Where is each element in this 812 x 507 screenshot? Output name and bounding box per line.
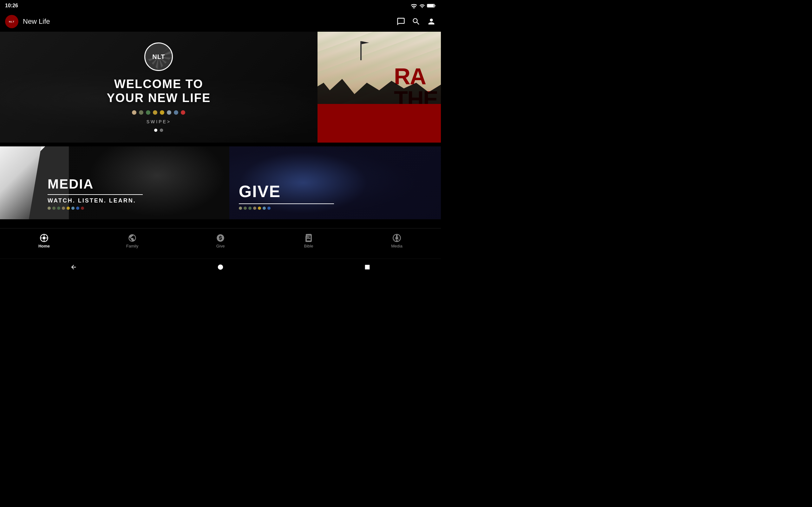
svg-point-4 [43, 236, 45, 239]
hero-dot-1 [132, 110, 136, 115]
media-dot-1 [48, 207, 51, 210]
recents-button[interactable] [361, 261, 374, 274]
hero-page-1 [154, 129, 157, 132]
app-logo-text: NLT [9, 20, 14, 23]
give-dot-4 [253, 207, 256, 210]
home-button[interactable] [214, 261, 227, 274]
give-divider [239, 204, 334, 204]
hero-content: NLT WELCOME TO YOUR NEW LIFE SWIPE> [0, 32, 317, 143]
give-dot-2 [244, 207, 247, 210]
hero-dot-8 [181, 110, 185, 115]
nav-label-home: Home [38, 244, 50, 248]
bottom-nav: Home Family Give Bible [0, 228, 441, 259]
main-content: NLT WELCOME TO YOUR NEW LIFE SWIPE> [0, 32, 441, 228]
back-button[interactable] [67, 261, 80, 274]
status-time: 10:26 [5, 3, 18, 9]
give-title: GIVE [239, 182, 435, 201]
app-title: New Life [23, 17, 397, 26]
hero-pagination [154, 129, 163, 132]
hero-dots [132, 110, 185, 115]
media-dots [48, 207, 223, 210]
hero-dot-5 [160, 110, 164, 115]
give-card[interactable]: GIVE [229, 147, 441, 219]
hero-bottom-red [317, 104, 441, 143]
hero-swipe-label: SWIPE> [147, 119, 171, 124]
bible-icon [304, 233, 313, 242]
give-card-content: GIVE [239, 182, 435, 210]
home-icon [40, 233, 49, 242]
flag-icon [355, 41, 367, 60]
media-card-content: MEDIA WATCH. LISTEN. LEARN. [48, 176, 223, 210]
media-subtitle: WATCH. LISTEN. LEARN. [48, 198, 223, 204]
media-dot-2 [52, 207, 55, 210]
media-dot-7 [76, 207, 79, 210]
hero-dot-2 [139, 110, 143, 115]
nav-item-family[interactable]: Family [88, 231, 176, 251]
search-icon[interactable] [412, 17, 420, 26]
hero-dot-3 [146, 110, 150, 115]
give-dot-6 [263, 207, 266, 210]
media-dot-3 [57, 207, 60, 210]
svg-rect-2 [427, 4, 434, 7]
status-bar: 10:26 [0, 0, 441, 11]
lower-section: MEDIA WATCH. LISTEN. LEARN. [0, 147, 441, 219]
hero-section: NLT WELCOME TO YOUR NEW LIFE SWIPE> [0, 32, 441, 143]
battery-icon [427, 3, 436, 8]
recents-icon [364, 264, 371, 271]
back-icon [70, 264, 77, 271]
account-icon[interactable] [427, 17, 436, 26]
nav-label-give: Give [216, 244, 225, 248]
nav-item-home[interactable]: Home [0, 231, 88, 251]
svg-rect-18 [365, 265, 370, 269]
chat-icon[interactable] [397, 17, 405, 26]
media-dot-5 [67, 207, 70, 210]
nav-item-media[interactable]: Media [353, 231, 441, 251]
svg-point-17 [218, 264, 223, 270]
media-nav-icon [392, 233, 401, 242]
home-sys-icon [217, 264, 224, 271]
media-title: MEDIA [48, 176, 223, 192]
family-icon [128, 233, 137, 242]
hero-dot-7 [174, 110, 178, 115]
svg-rect-1 [435, 5, 435, 7]
nav-item-give[interactable]: Give [176, 231, 264, 251]
give-dot-1 [239, 207, 242, 210]
hero-dot-4 [153, 110, 157, 115]
give-dot-3 [248, 207, 252, 210]
signal-icon [419, 3, 425, 8]
app-bar: NLT New Life [0, 11, 441, 32]
media-divider [48, 194, 143, 195]
hero-card-welcome[interactable]: NLT WELCOME TO YOUR NEW LIFE SWIPE> [0, 32, 317, 143]
nav-item-bible[interactable]: Bible [264, 231, 353, 251]
give-dot-5 [258, 207, 261, 210]
give-icon [216, 233, 225, 242]
hero-card-raise[interactable]: RA THE [317, 32, 441, 143]
app-bar-actions [397, 17, 436, 26]
app-logo: NLT [5, 15, 18, 28]
hero-page-2 [160, 129, 163, 132]
hero-logo: NLT [144, 43, 173, 71]
media-card[interactable]: MEDIA WATCH. LISTEN. LEARN. [0, 147, 229, 219]
hero-logo-text: NLT [152, 53, 165, 60]
wifi-icon [410, 3, 417, 8]
media-dot-6 [71, 207, 74, 210]
system-nav [0, 259, 441, 275]
status-icons [410, 3, 436, 8]
nav-label-bible: Bible [304, 244, 313, 248]
media-dot-8 [81, 207, 84, 210]
media-dot-4 [62, 207, 65, 210]
nav-label-media: Media [391, 244, 402, 248]
hero-dot-6 [167, 110, 171, 115]
hero-title: WELCOME TO YOUR NEW LIFE [107, 77, 211, 105]
give-dot-7 [267, 207, 270, 210]
give-dots [239, 207, 435, 210]
nav-label-family: Family [126, 244, 138, 248]
